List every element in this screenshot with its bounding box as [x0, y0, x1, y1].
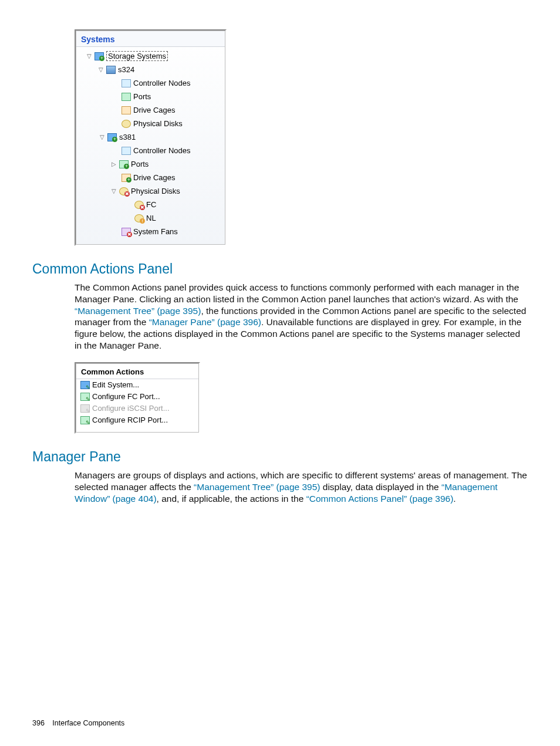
tree-node-physical-disks[interactable]: Physical Disks — [110, 184, 222, 198]
heading-manager-pane: Manager Pane — [32, 449, 528, 465]
controller-nodes-icon — [121, 146, 131, 156]
text: , and, if applicable, the actions in the — [157, 494, 306, 504]
chevron-down-icon[interactable] — [86, 53, 93, 60]
tree-node-controller[interactable]: Controller Nodes — [121, 144, 222, 157]
text: display, data displayed in the — [320, 482, 441, 492]
tree-label: s324 — [118, 65, 134, 74]
tree-label: System Fans — [133, 227, 178, 236]
paragraph: The Common Actions panel provides quick … — [75, 282, 528, 352]
tree-node-s381[interactable]: s381 — [99, 130, 222, 144]
tree-label: Ports — [133, 92, 151, 101]
tree-node-ports[interactable]: Ports — [110, 157, 222, 171]
tree-node-fc[interactable]: FC — [134, 198, 222, 211]
link-manager-pane[interactable]: “Manager Pane” (page 396) — [149, 317, 261, 327]
systems-tree: Storage Systems s324 Controller Nodes Po… — [76, 47, 225, 241]
tree-node-system-fans[interactable]: System Fans — [121, 225, 222, 238]
tree-node-physical-disks[interactable]: Physical Disks — [121, 117, 222, 130]
action-edit-system[interactable]: Edit System... — [76, 379, 198, 391]
tree-label: Controller Nodes — [133, 146, 191, 155]
systems-panel: Systems Storage Systems s324 Controller … — [75, 29, 227, 246]
link-management-tree[interactable]: “Management Tree” (page 395) — [75, 306, 201, 316]
ports-icon — [121, 92, 131, 102]
tree-node-ports[interactable]: Ports — [121, 90, 222, 103]
common-actions-title: Common Actions — [76, 364, 198, 379]
chevron-right-icon[interactable] — [110, 161, 117, 168]
physical-disks-icon — [121, 119, 131, 129]
text: . — [453, 494, 456, 504]
page-number: 396 — [32, 719, 45, 727]
footer-section: Interface Components — [52, 719, 124, 727]
tree-label: Drive Cages — [133, 106, 176, 114]
chevron-down-icon[interactable] — [110, 188, 117, 195]
action-configure-rcip-port[interactable]: Configure RCIP Port... — [76, 414, 198, 426]
action-configure-fc-port[interactable]: Configure FC Port... — [76, 391, 198, 403]
action-label: Configure RCIP Port... — [92, 416, 168, 424]
storage-systems-icon — [94, 52, 104, 61]
tree-node-drive-cages[interactable]: Drive Cages — [121, 103, 222, 117]
tree-label: Drive Cages — [133, 173, 176, 182]
fc-disk-icon — [134, 200, 144, 210]
action-label: Configure iSCSI Port... — [92, 404, 170, 413]
tree-label: FC — [146, 200, 156, 209]
chevron-down-icon[interactable] — [99, 134, 106, 141]
link-common-actions-panel[interactable]: “Common Actions Panel” (page 396) — [306, 494, 454, 504]
heading-common-actions-panel: Common Actions Panel — [32, 261, 528, 277]
tree-label: Physical Disks — [133, 119, 183, 128]
system-fans-icon — [121, 227, 131, 237]
tree-label: Ports — [131, 160, 149, 168]
systems-panel-title: Systems — [76, 31, 225, 47]
drive-cages-alert-icon — [121, 173, 131, 183]
physical-disks-alert-icon — [119, 187, 129, 196]
edit-system-icon — [80, 380, 90, 390]
tree-label: Physical Disks — [131, 187, 180, 195]
tree-node-drive-cages[interactable]: Drive Cages — [121, 171, 222, 184]
common-actions-panel: Common Actions Edit System... Configure … — [75, 362, 200, 434]
action-configure-iscsi-port: Configure iSCSI Port... — [76, 403, 198, 414]
tree-node-controller[interactable]: Controller Nodes — [121, 76, 222, 90]
controller-nodes-icon — [121, 79, 131, 88]
paragraph: Managers are groups of displays and acti… — [75, 470, 528, 504]
link-management-tree[interactable]: “Management Tree” (page 395) — [194, 482, 320, 492]
tree-node-storage-systems[interactable]: Storage Systems — [86, 49, 222, 63]
tree-node-s324[interactable]: s324 — [97, 63, 222, 76]
tree-label: Controller Nodes — [133, 79, 191, 87]
system-icon — [106, 65, 116, 75]
ports-alert-icon — [119, 160, 129, 169]
action-label: Edit System... — [92, 380, 139, 389]
action-label: Configure FC Port... — [92, 392, 160, 401]
nl-disk-icon — [134, 214, 144, 223]
system-alert-icon — [107, 133, 117, 142]
drive-cages-icon — [121, 106, 131, 115]
tree-label: Storage Systems — [106, 51, 168, 61]
configure-port-disabled-icon — [80, 404, 90, 413]
configure-port-icon — [80, 392, 90, 401]
page-footer: 396 Interface Components — [32, 719, 124, 727]
tree-label: NL — [146, 214, 156, 222]
configure-port-icon — [80, 416, 90, 425]
tree-label: s381 — [119, 133, 136, 141]
text: The Common Actions panel provides quick … — [75, 282, 519, 304]
tree-node-nl[interactable]: NL — [134, 211, 222, 225]
chevron-down-icon[interactable] — [97, 66, 104, 73]
